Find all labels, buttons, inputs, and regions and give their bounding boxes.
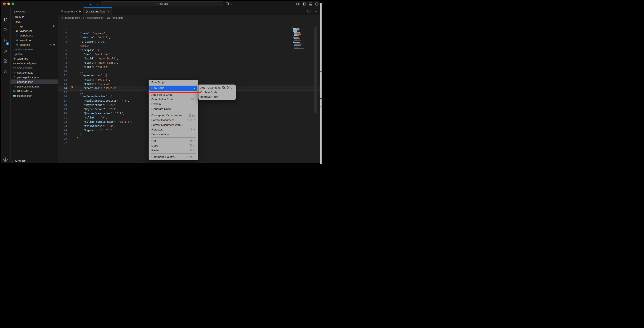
copilot-dropdown-chevron-icon[interactable]: ⌄ — [230, 3, 232, 5]
menu-item-label: Generate Code — [152, 107, 171, 110]
code-line-3: 3 "version": "0.1.0", — [58, 35, 320, 40]
close-tab-icon[interactable]: × — [108, 10, 110, 13]
nav-back-icon[interactable]: ← — [89, 2, 93, 6]
outline-section-header[interactable]: › OUTLINE — [10, 159, 58, 163]
explorer-title: EXPLORER — [14, 10, 27, 13]
submenu-item-explain-code[interactable]: Explain Code — [198, 90, 236, 94]
split-editor-icon[interactable] — [307, 10, 311, 14]
chevron-right-icon: › — [13, 53, 15, 55]
tab-page-tsx[interactable]: page.tsx 4, M — [58, 7, 84, 15]
menu-item-copy[interactable]: Copy⌘ C — [148, 143, 198, 148]
background-window-strip — [320, 3, 322, 164]
activity-bar: 1 — [1, 7, 10, 163]
breadcrumb-item[interactable]: react-dom — [112, 17, 123, 19]
outline-label: OUTLINE — [15, 160, 26, 162]
file-tree-item-favicon-ico[interactable]: favicon.ico — [10, 29, 58, 33]
menu-item-shortcut: ⌘ C — [190, 144, 196, 147]
run-debug-icon[interactable] — [3, 49, 8, 54]
explorer-more-actions-icon[interactable]: ··· — [52, 10, 56, 13]
file-tree-item-package-json[interactable]: {}package.json — [10, 79, 58, 84]
breadcrumb-separator: › — [81, 17, 82, 19]
editor-more-actions-icon[interactable]: ⋯ — [314, 10, 317, 13]
menu-item-source-action[interactable]: Source Action... — [148, 132, 198, 137]
chevron-right-icon: › — [12, 160, 15, 162]
copilot-icon[interactable] — [226, 2, 230, 7]
menu-item-explain[interactable]: Explain — [148, 102, 198, 106]
file-name: app — [20, 25, 24, 28]
menu-item-generate-code[interactable]: Generate Code› — [148, 106, 198, 111]
breadcrumb-item[interactable]: dependencies — [87, 17, 103, 19]
menu-item-refactor[interactable]: Refactor...^ ⇧ R — [148, 127, 198, 132]
toggle-panel-icon[interactable] — [309, 2, 312, 6]
menu-item-cut[interactable]: Cut⌘ X — [148, 138, 198, 143]
file-tree-item--gitignore[interactable]: .gitignore — [10, 56, 58, 61]
file-name: package.json — [17, 80, 33, 83]
file-type-icon — [15, 39, 18, 42]
menu-item-open-inline-chat[interactable]: Open Inline Chat⌘ I — [148, 97, 198, 102]
submenu-item-add-to-context-k-a[interactable]: Add To Context [⌘K ⌘A] — [198, 85, 236, 90]
file-type-icon: JS — [13, 62, 16, 65]
chevron-right-icon: › — [13, 48, 15, 51]
chevron-down-icon: ⌄ — [11, 16, 15, 18]
menu-item-label: Command Palette... — [152, 155, 176, 158]
minimap[interactable] — [292, 27, 306, 53]
menu-item-change-all-occurrences[interactable]: Change All Occurrences⌘ F2 — [148, 113, 198, 118]
file-type-icon: {} — [13, 76, 16, 79]
file-tree-item-layout-tsx[interactable]: layout.tsx — [10, 38, 58, 42]
file-tree-item-public[interactable]: ›public — [10, 52, 58, 56]
file-tree-item-page-tsx[interactable]: page.tsx4, M — [10, 42, 58, 47]
breadcrumb-symbol-icon: abc — [106, 17, 110, 19]
project-root-row[interactable]: ⌄ MY-APP — [10, 15, 58, 19]
menu-item-shortcut: ⇧ ⌘ P — [187, 155, 195, 158]
file-tree-item-eslint-config-mjs[interactable]: JSeslint.config.mjs — [10, 61, 58, 66]
file-tree-item-globals-css[interactable]: #globals.css — [10, 33, 58, 38]
breadcrumb[interactable]: {}package.json›{ }dependencies›abcreact-… — [58, 15, 320, 20]
menu-item-shortcut: ⌥ ⇧ F — [186, 118, 196, 122]
file-name: README.md — [17, 90, 33, 93]
submenu-item-improve-code[interactable]: Improve Code — [198, 95, 236, 99]
file-tree-item-app[interactable]: ⌄app — [10, 24, 58, 29]
toggle-secondary-sidebar-icon[interactable] — [315, 2, 319, 6]
tab-package-json[interactable]: {} package.json × — [84, 7, 112, 15]
search-icon[interactable] — [3, 27, 8, 33]
file-tree-item-package-lock-json[interactable]: {}package-lock.json — [10, 75, 58, 79]
vscode-window: ← → my-app ⌄ — [1, 1, 320, 163]
menu-item-format-document[interactable]: Format Document⌥ ⇧ F — [148, 118, 198, 122]
menu-item-label: Cut — [152, 139, 156, 142]
command-center-search[interactable]: my-app — [101, 1, 223, 6]
menu-item-label: Explain — [152, 102, 161, 106]
file-type-icon: # — [15, 34, 18, 37]
menu-item-add-file-to-chat[interactable]: Add File to Chat — [148, 92, 198, 97]
file-tree-item-tsconfig-json[interactable]: TStsconfig.json — [10, 93, 58, 98]
nav-forward-icon[interactable]: → — [95, 2, 99, 6]
roo-code-extension-icon[interactable] — [3, 69, 8, 74]
react-file-icon — [60, 10, 63, 13]
menu-item-run-script[interactable]: Run Script — [148, 80, 198, 85]
account-icon[interactable] — [3, 157, 8, 162]
zoom-window-button[interactable] — [12, 3, 14, 5]
file-tree-item-next-env-d-ts[interactable]: TSnext-env.d.ts — [10, 66, 58, 70]
submenu-arrow-icon: › — [195, 107, 196, 110]
extensions-icon[interactable] — [3, 59, 8, 64]
file-tree-item-readme-md[interactable]: ⓘREADME.md — [10, 89, 58, 93]
menu-item-paste[interactable]: Paste⌘ V — [148, 148, 198, 153]
command-center-label: my-app — [160, 2, 168, 5]
explorer-icon[interactable] — [3, 17, 8, 22]
lightbulb-icon[interactable] — [71, 86, 73, 90]
file-tree-item--next[interactable]: ›.next — [10, 19, 58, 24]
close-window-button[interactable] — [3, 3, 6, 5]
menu-item-format-document-with[interactable]: Format Document With... — [148, 122, 198, 127]
customize-layout-icon[interactable] — [296, 2, 300, 6]
breadcrumb-item[interactable]: package.json — [64, 17, 80, 19]
codelens-debug[interactable]: ▷Debug — [80, 44, 89, 48]
file-tree-item-next-config-ts[interactable]: TSnext.config.ts — [10, 70, 58, 75]
menu-item-roo-code[interactable]: Roo Code› — [149, 86, 198, 91]
file-tree-item-node-modules[interactable]: ›node_modules — [10, 47, 58, 52]
toggle-primary-sidebar-icon[interactable] — [302, 2, 306, 6]
file-tree-item-postcss-config-mjs[interactable]: JSpostcss.config.mjs — [10, 84, 58, 89]
menu-item-label: Roo Code — [152, 86, 164, 90]
minimize-window-button[interactable] — [7, 3, 10, 5]
editor-scrollbar[interactable] — [314, 27, 317, 113]
file-status-badge: 4, M — [50, 43, 55, 46]
menu-item-command-palette[interactable]: Command Palette...⇧ ⌘ P — [148, 154, 198, 159]
